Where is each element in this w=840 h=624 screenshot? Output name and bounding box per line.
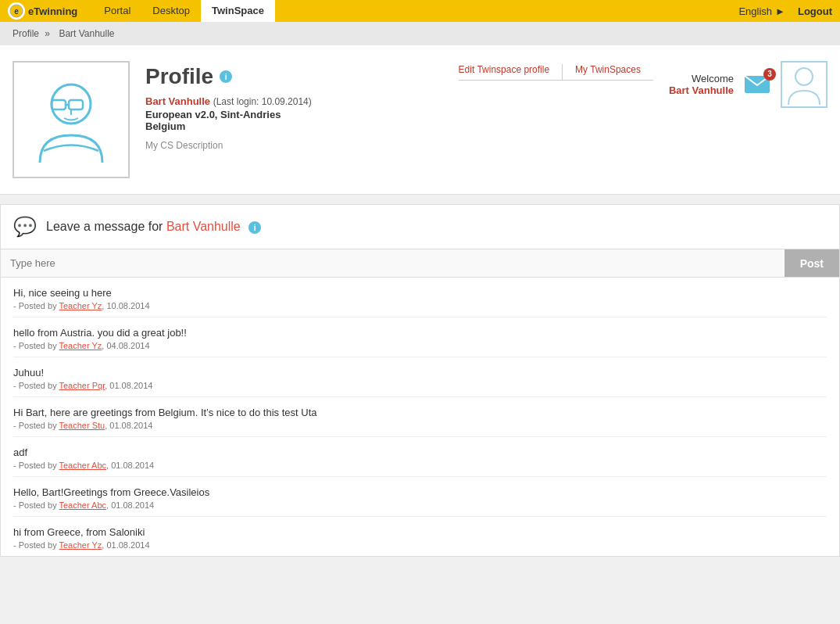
profile-title: Profile i bbox=[145, 64, 443, 89]
message-input[interactable] bbox=[1, 249, 785, 277]
post-author[interactable]: Teacher Yz bbox=[59, 341, 102, 350]
profile-description: My CS Description bbox=[145, 140, 443, 151]
post-text: hello from Austria. you did a great job!… bbox=[13, 327, 827, 339]
my-twinspaces-link[interactable]: My TwinSpaces bbox=[563, 64, 653, 80]
user-avatar-svg bbox=[785, 64, 823, 105]
post-meta: - Posted by Teacher Yz, 01.08.2014 bbox=[13, 540, 827, 550]
profile-section: Profile i Bart Vanhulle (Last login: 10.… bbox=[0, 45, 840, 195]
profile-info-icon[interactable]: i bbox=[220, 70, 232, 83]
post-author[interactable]: Teacher Stu bbox=[59, 421, 105, 430]
post-text: hi from Greece, from Saloniki bbox=[13, 526, 827, 538]
message-input-row: Post bbox=[1, 249, 839, 278]
posts-list: Hi, nice seeing u here - Posted by Teach… bbox=[1, 278, 839, 556]
breadcrumb-separator: » bbox=[45, 28, 52, 39]
post-meta: - Posted by Teacher Pqr, 01.08.2014 bbox=[13, 381, 827, 390]
user-avatar-box bbox=[781, 61, 827, 108]
breadcrumb-profile[interactable]: Profile bbox=[13, 28, 39, 39]
post-author[interactable]: Teacher Yz bbox=[59, 540, 102, 550]
post-text: Hi Bart, here are greetings from Belgium… bbox=[13, 407, 827, 418]
nav-portal[interactable]: Portal bbox=[93, 0, 141, 22]
post-meta: - Posted by Teacher Yz, 10.08.2014 bbox=[13, 301, 827, 310]
language-selector[interactable]: English ► bbox=[738, 5, 785, 17]
post-item: hi from Greece, from Saloniki - Posted b… bbox=[13, 517, 827, 556]
profile-info: Profile i Bart Vanhulle (Last login: 10.… bbox=[145, 61, 443, 151]
chevron-right-icon: ► bbox=[775, 5, 785, 17]
post-meta: - Posted by Teacher Abc, 01.08.2014 bbox=[13, 461, 827, 470]
svg-rect-3 bbox=[52, 100, 66, 109]
logo-icon: e bbox=[8, 2, 25, 20]
nav-links: Portal Desktop TwinSpace bbox=[93, 0, 275, 22]
mail-icon-wrap[interactable]: 3 bbox=[743, 73, 771, 97]
breadcrumb: Profile » Bart Vanhulle bbox=[0, 22, 840, 45]
post-meta: - Posted by Teacher Yz, 04.08.2014 bbox=[13, 341, 827, 350]
welcome-name: Bart Vanhulle bbox=[669, 84, 734, 96]
profile-avatar-box bbox=[13, 61, 130, 178]
chat-icon: 💬 bbox=[13, 216, 37, 238]
profile-country: Belgium bbox=[145, 120, 443, 132]
leave-message-text: Leave a message for Bart Vanhulle i bbox=[46, 220, 261, 235]
profile-nav: Edit Twinspace profile My TwinSpaces bbox=[459, 61, 653, 87]
post-author[interactable]: Teacher Abc bbox=[59, 461, 107, 470]
nav-twinspace[interactable]: TwinSpace bbox=[201, 0, 275, 22]
message-header: 💬 Leave a message for Bart Vanhulle i bbox=[1, 205, 839, 249]
post-text: Hi, nice seeing u here bbox=[13, 287, 827, 299]
edit-twinspace-link[interactable]: Edit Twinspace profile bbox=[459, 64, 563, 80]
svg-text:e: e bbox=[14, 7, 19, 16]
logout-button[interactable]: Logout bbox=[798, 5, 832, 17]
welcome-box: Welcome Bart Vanhulle 3 bbox=[669, 61, 827, 108]
post-text: Juhuu! bbox=[13, 367, 827, 378]
topbar-right: English ► Logout bbox=[738, 5, 832, 17]
logo-text: eTwinning bbox=[28, 5, 77, 17]
post-text: Hello, Bart!Greetings from Greece.Vasile… bbox=[13, 486, 827, 498]
post-author[interactable]: Teacher Yz bbox=[59, 301, 102, 310]
profile-last-login: (Last login: 10.09.2014) bbox=[213, 96, 312, 107]
post-text: adf bbox=[13, 446, 827, 458]
post-button[interactable]: Post bbox=[785, 249, 839, 277]
svg-point-2 bbox=[52, 84, 91, 124]
avatar-svg bbox=[28, 73, 114, 167]
post-item: Juhuu! - Posted by Teacher Pqr, 01.08.20… bbox=[13, 357, 827, 397]
topbar: e eTwinning Portal Desktop TwinSpace Eng… bbox=[0, 0, 840, 22]
post-item: Hi Bart, here are greetings from Belgium… bbox=[13, 397, 827, 437]
message-section: 💬 Leave a message for Bart Vanhulle i Po… bbox=[0, 204, 840, 557]
post-item: adf - Posted by Teacher Abc, 01.08.2014 bbox=[13, 437, 827, 477]
post-meta: - Posted by Teacher Stu, 01.08.2014 bbox=[13, 421, 827, 430]
breadcrumb-current: Bart Vanhulle bbox=[59, 28, 114, 39]
profile-location: European v2.0, Sint-Andries bbox=[145, 109, 443, 120]
message-info-icon[interactable]: i bbox=[248, 221, 261, 234]
post-item: Hello, Bart!Greetings from Greece.Vasile… bbox=[13, 477, 827, 517]
mail-badge: 3 bbox=[763, 68, 776, 81]
post-meta: - Posted by Teacher Abc, 01.08.2014 bbox=[13, 500, 827, 510]
welcome-prefix: Welcome bbox=[669, 73, 734, 84]
profile-name[interactable]: Bart Vanhulle bbox=[145, 95, 210, 107]
logo[interactable]: e eTwinning bbox=[8, 2, 77, 20]
svg-point-8 bbox=[795, 68, 813, 85]
post-author[interactable]: Teacher Pqr bbox=[59, 381, 105, 390]
post-author[interactable]: Teacher Abc bbox=[59, 500, 107, 510]
post-item: Hi, nice seeing u here - Posted by Teach… bbox=[13, 278, 827, 317]
post-item: hello from Austria. you did a great job!… bbox=[13, 317, 827, 357]
nav-desktop[interactable]: Desktop bbox=[141, 0, 201, 22]
welcome-text: Welcome Bart Vanhulle bbox=[669, 73, 734, 96]
svg-rect-4 bbox=[69, 100, 83, 109]
